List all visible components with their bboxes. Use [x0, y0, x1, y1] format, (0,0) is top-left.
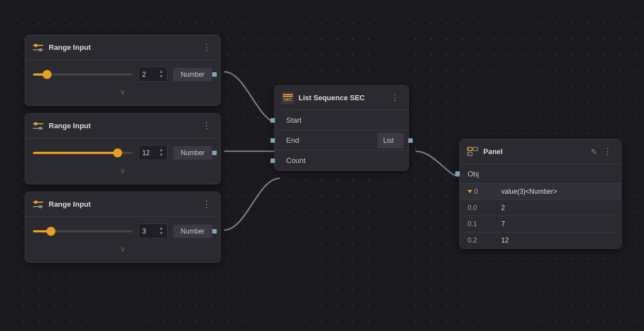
range-input-3-up[interactable]: ▲ — [159, 226, 164, 231]
range-input-2-port — [212, 151, 217, 155]
list-seq-end-row: End List — [275, 130, 408, 151]
panel-header-value: value(3)<Number> — [501, 188, 613, 195]
list-seq-count-row: Count — [275, 151, 408, 170]
panel-menu[interactable]: ⋮ — [601, 145, 614, 158]
sliders-icon-1 — [32, 41, 44, 54]
svg-point-16 — [468, 153, 469, 155]
range-input-node-3: Range Input ⋮ 3 ▲ ▼ Number ∨ — [25, 192, 221, 263]
range-input-2-fill — [33, 152, 118, 154]
range-input-3-menu[interactable]: ⋮ — [200, 198, 213, 211]
range-input-2-track[interactable] — [33, 152, 133, 154]
list-sequence-node: SEC List Sequence SEC ⋮ Start End List C… — [274, 85, 409, 171]
panel-value-0: 2 — [501, 204, 613, 212]
range-input-3-port — [212, 229, 217, 234]
list-seq-count-label: Count — [275, 151, 315, 170]
range-input-1-port — [212, 72, 217, 77]
range-input-1-output: Number — [173, 68, 212, 81]
range-input-1-spinners[interactable]: ▲ ▼ — [159, 69, 164, 79]
range-input-1-number[interactable]: 2 ▲ ▼ — [138, 67, 167, 82]
panel-data-row-2: 0.2 12 — [460, 232, 621, 248]
range-input-node-1: Range Input ⋮ 2 ▲ ▼ Number ∨ — [25, 35, 221, 106]
range-input-3-controls: 3 ▲ ▼ Number — [33, 223, 212, 239]
panel-obj-input-port — [455, 171, 460, 176]
list-seq-count-input-port — [270, 158, 275, 163]
range-input-node-2: Range Input ⋮ 12 ▲ ▼ Number ∨ — [25, 113, 221, 184]
range-input-2-menu[interactable]: ⋮ — [200, 119, 213, 132]
range-input-2-thumb[interactable] — [113, 148, 122, 157]
panel-obj-label: Obj — [468, 170, 479, 178]
list-output-port — [408, 138, 413, 143]
range-input-1-thumb[interactable] — [43, 70, 52, 79]
panel-key-1: 0.1 — [468, 220, 501, 228]
svg-point-9 — [34, 201, 38, 204]
range-input-2-controls: 12 ▲ ▼ Number — [33, 145, 212, 160]
list-seq-list-output: List — [377, 133, 408, 148]
panel-node: Panel ✎ ⋮ Obj 0 value(3)<Number> 0.0 2 0… — [459, 139, 622, 249]
range-input-3-down[interactable]: ▼ — [159, 231, 164, 236]
panel-data-row-1: 0.1 7 — [460, 216, 621, 232]
range-input-3-title: Range Input — [49, 200, 195, 208]
expand-icon[interactable] — [468, 190, 472, 193]
list-seq-start-label: Start — [275, 110, 310, 130]
sliders-icon-2 — [32, 120, 44, 132]
list-seq-icon: SEC — [282, 92, 294, 104]
svg-point-5 — [34, 122, 38, 125]
list-seq-title: List Sequence SEC — [298, 94, 384, 102]
range-input-2-spinners[interactable]: ▲ ▼ — [159, 148, 164, 157]
svg-point-1 — [34, 44, 38, 47]
range-input-2-down[interactable]: ▼ — [159, 153, 164, 157]
range-input-1-down[interactable]: ▼ — [159, 74, 164, 79]
panel-key-0: 0.0 — [468, 204, 501, 212]
range-input-3-output: Number — [173, 225, 212, 238]
panel-header: Panel ✎ ⋮ — [460, 139, 621, 164]
range-input-3-number[interactable]: 3 ▲ ▼ — [138, 223, 167, 239]
sliders-icon-3 — [32, 198, 44, 211]
range-input-1-controls: 2 ▲ ▼ Number — [33, 67, 212, 82]
range-input-3-thumb[interactable] — [46, 227, 55, 236]
list-seq-start-input-port — [270, 118, 275, 123]
range-input-1-header: Range Input ⋮ — [25, 35, 220, 60]
panel-icon — [466, 146, 479, 158]
range-input-2-output: Number — [173, 146, 212, 160]
list-output-label: List — [377, 133, 404, 148]
range-input-1-body: 2 ▲ ▼ Number ∨ — [25, 60, 220, 105]
panel-value-1: 7 — [501, 220, 613, 228]
svg-point-3 — [39, 48, 42, 52]
list-seq-start-row: Start — [275, 110, 408, 130]
panel-edit-icon[interactable]: ✎ — [591, 147, 598, 156]
list-seq-end-input-port — [270, 138, 275, 143]
list-seq-end-label: End — [275, 130, 308, 150]
panel-header-key: 0 — [468, 188, 501, 195]
range-input-2-title: Range Input — [49, 122, 195, 130]
range-input-1-track[interactable] — [33, 73, 133, 76]
range-input-2-number[interactable]: 12 ▲ ▼ — [138, 145, 167, 160]
svg-point-15 — [468, 148, 469, 150]
panel-header-actions: ✎ ⋮ — [591, 145, 614, 158]
range-input-2-body: 12 ▲ ▼ Number ∨ — [25, 138, 220, 184]
list-seq-header: SEC List Sequence SEC ⋮ — [275, 86, 408, 110]
panel-header-row: 0 value(3)<Number> — [460, 184, 621, 200]
range-input-1-menu[interactable]: ⋮ — [200, 41, 213, 54]
range-input-3-chevron[interactable]: ∨ — [33, 242, 212, 258]
range-input-1-up[interactable]: ▲ — [159, 69, 164, 74]
range-input-1-title: Range Input — [49, 43, 195, 52]
panel-value-2: 12 — [501, 236, 613, 244]
svg-rect-13 — [473, 147, 478, 151]
range-input-3-header: Range Input ⋮ — [25, 192, 220, 217]
range-input-2-up[interactable]: ▲ — [159, 148, 164, 152]
panel-data-row-0: 0.0 2 — [460, 200, 621, 216]
list-seq-menu[interactable]: ⋮ — [388, 91, 402, 104]
range-input-2-chevron[interactable]: ∨ — [33, 164, 212, 179]
panel-key-2: 0.2 — [468, 236, 501, 244]
range-input-3-spinners[interactable]: ▲ ▼ — [159, 226, 164, 236]
range-input-3-track[interactable] — [33, 230, 133, 232]
range-input-2-header: Range Input ⋮ — [25, 114, 220, 138]
svg-point-7 — [39, 127, 42, 130]
svg-point-11 — [39, 205, 42, 208]
panel-title: Panel — [483, 147, 586, 156]
range-input-1-chevron[interactable]: ∨ — [33, 85, 212, 101]
range-input-3-body: 3 ▲ ▼ Number ∨ — [25, 217, 220, 262]
panel-obj-row: Obj — [460, 164, 621, 184]
